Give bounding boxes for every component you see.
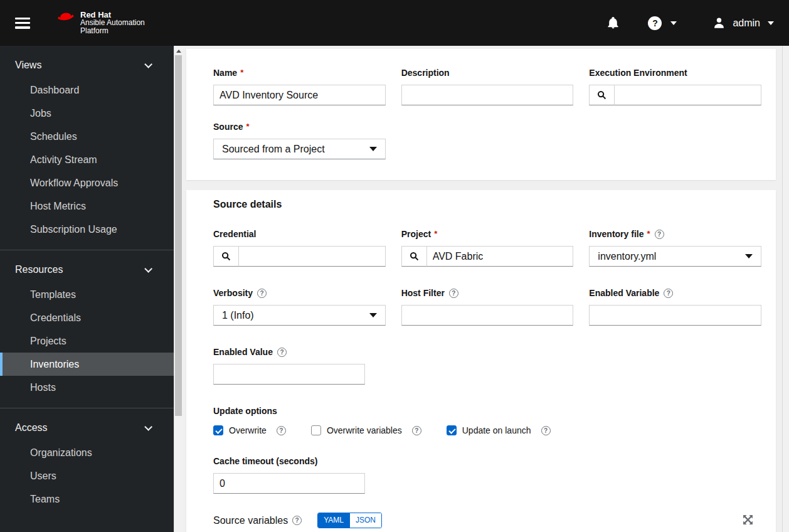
checkbox-box[interactable] [311, 425, 321, 435]
brand-logo: Red Hat Ansible Automation Platform [56, 11, 145, 35]
enabled-value-input[interactable] [213, 364, 365, 385]
project-search-button[interactable] [401, 246, 427, 267]
nav-group-header-resources[interactable]: Resources [0, 257, 174, 283]
sidebar-item-dashboard[interactable]: Dashboard [0, 78, 174, 102]
inventory-file-select[interactable]: inventory.yml [589, 246, 761, 267]
help-icon[interactable]: ? [655, 230, 664, 239]
help-icon[interactable]: ? [412, 426, 421, 435]
required-asterisk: * [240, 66, 243, 79]
help-icon[interactable]: ? [664, 289, 673, 298]
sidebar-item-subscription-usage[interactable]: Subscription Usage [0, 218, 174, 241]
host-filter-input[interactable] [401, 305, 574, 326]
chevron-down-icon [144, 423, 152, 431]
execution-environment-field-group: Execution Environment [589, 66, 761, 105]
sidebar-scrollbar [174, 46, 183, 532]
help-icon[interactable]: ? [277, 348, 287, 357]
expand-arrows-icon [743, 514, 753, 525]
cache-timeout-input[interactable] [213, 473, 365, 494]
source-details-heading: Source details [213, 199, 761, 210]
source-details-card: Source details Credential [186, 190, 776, 532]
sidebar: Views Dashboard Jobs Schedules Activity … [0, 46, 174, 532]
user-menu-button[interactable]: admin [713, 17, 774, 29]
source-select-value: Sourced from a Project [222, 144, 325, 155]
sidebar-item-inventories[interactable]: Inventories [0, 353, 174, 376]
host-filter-field-group: Host Filter ? [401, 287, 574, 326]
sidebar-item-projects[interactable]: Projects [0, 329, 174, 353]
sidebar-item-activity-stream[interactable]: Activity Stream [0, 148, 174, 171]
sidebar-item-host-metrics[interactable]: Host Metrics [0, 194, 174, 218]
chevron-down-icon [670, 21, 677, 25]
nav-group-access: Access Organizations Users Teams [0, 408, 174, 519]
notifications-button[interactable] [607, 17, 619, 29]
sidebar-item-jobs[interactable]: Jobs [0, 102, 174, 125]
window-scrollbar[interactable] [782, 46, 789, 532]
scrollbar-up-arrow[interactable] [176, 50, 181, 53]
help-icon[interactable]: ? [292, 516, 302, 525]
help-icon[interactable]: ? [277, 426, 286, 435]
verbosity-select[interactable]: 1 (Info) [213, 305, 386, 326]
nav-group-label: Resources [15, 264, 63, 275]
required-asterisk: * [647, 228, 650, 240]
overwrite-checkbox[interactable]: Overwrite ? [213, 425, 286, 435]
source-select[interactable]: Sourced from a Project [213, 139, 386, 159]
credential-input[interactable] [238, 246, 386, 267]
checkbox-box[interactable] [447, 425, 457, 435]
chevron-down-icon [144, 60, 152, 68]
nav-group-header-access[interactable]: Access [0, 415, 174, 441]
expand-editor-button[interactable] [743, 514, 753, 527]
nav-toggle-button[interactable] [15, 18, 30, 29]
scrollbar-thumb[interactable] [175, 55, 182, 416]
username: admin [733, 18, 760, 29]
json-toggle-button[interactable]: JSON [349, 513, 381, 528]
name-field-group: Name * [213, 66, 386, 105]
bell-icon [607, 17, 619, 29]
cache-timeout-label: Cache timeout (seconds) [213, 455, 317, 467]
masthead: Red Hat Ansible Automation Platform ? ad… [0, 0, 789, 46]
sidebar-item-workflow-approvals[interactable]: Workflow Approvals [0, 171, 174, 194]
nav-group-label: Views [15, 60, 41, 71]
enabled-variable-input[interactable] [589, 305, 761, 326]
checkbox-box[interactable] [213, 425, 223, 435]
execution-environment-input[interactable] [614, 85, 761, 105]
description-input[interactable] [401, 85, 574, 105]
enabled-value-field-group: Enabled Value ? [213, 346, 386, 385]
enabled-value-label: Enabled Value [213, 346, 273, 358]
credential-label: Credential [213, 228, 256, 240]
project-field-group: Project * [401, 228, 574, 267]
nav-group-resources: Resources Templates Credentials Projects… [0, 250, 174, 408]
credential-search-button[interactable] [213, 246, 239, 267]
sidebar-item-hosts[interactable]: Hosts [0, 376, 174, 399]
sidebar-item-users[interactable]: Users [0, 464, 174, 487]
source-form-card-top: Name * Description Execution Environment [186, 49, 776, 180]
overwrite-variables-label: Overwrite variables [327, 425, 402, 435]
caret-down-icon [369, 147, 377, 151]
verbosity-value: 1 (Info) [222, 310, 254, 321]
sidebar-item-teams[interactable]: Teams [0, 487, 174, 511]
nav-group-header-views[interactable]: Views [0, 52, 174, 78]
yaml-toggle-button[interactable]: YAML [318, 513, 349, 528]
sidebar-item-templates[interactable]: Templates [0, 283, 174, 306]
help-icon[interactable]: ? [449, 289, 458, 298]
chevron-down-icon [144, 265, 152, 273]
inventory-file-value: inventory.yml [598, 251, 656, 262]
user-icon [713, 17, 725, 29]
project-input[interactable] [426, 246, 574, 267]
overwrite-variables-checkbox[interactable]: Overwrite variables ? [311, 425, 421, 435]
execution-environment-search-button[interactable] [589, 85, 615, 105]
cache-timeout-field-group: Cache timeout (seconds) [213, 455, 761, 494]
verbosity-field-group: Verbosity ? 1 (Info) [213, 287, 386, 326]
main-content: Name * Description Execution Environment [183, 46, 782, 532]
execution-environment-label: Execution Environment [589, 66, 687, 79]
sidebar-item-organizations[interactable]: Organizations [0, 441, 174, 464]
update-options-label: Update options [213, 405, 761, 417]
help-icon[interactable]: ? [257, 289, 267, 298]
update-on-launch-checkbox[interactable]: Update on launch ? [447, 425, 551, 435]
name-input[interactable] [213, 85, 386, 105]
help-icon[interactable]: ? [541, 426, 551, 435]
help-menu-button[interactable]: ? [648, 16, 677, 30]
sidebar-item-schedules[interactable]: Schedules [0, 125, 174, 148]
inventory-file-field-group: Inventory file * ? inventory.yml [589, 228, 761, 267]
credential-field-group: Credential [213, 228, 386, 267]
sidebar-item-credentials[interactable]: Credentials [0, 306, 174, 329]
source-label: Source [213, 120, 243, 133]
